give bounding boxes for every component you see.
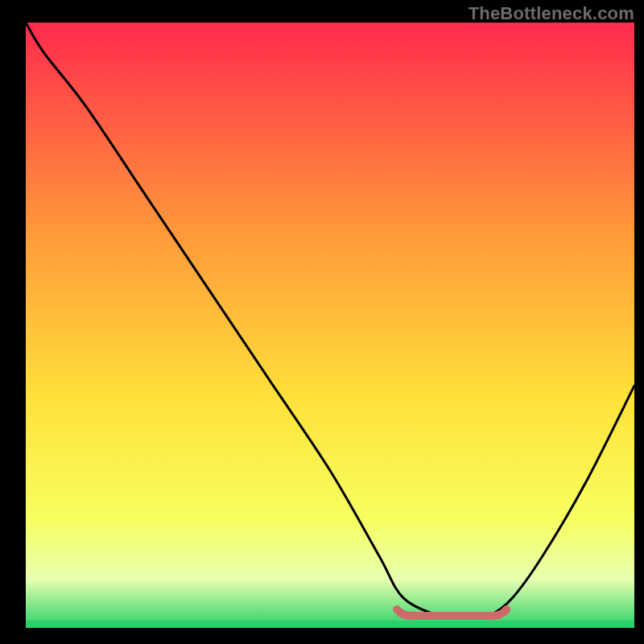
baseline-green-strip xyxy=(26,621,634,628)
border-right xyxy=(634,0,644,644)
watermark-text: TheBottleneck.com xyxy=(469,3,634,24)
gradient-background xyxy=(26,23,634,628)
chart-svg xyxy=(0,0,644,644)
border-bottom xyxy=(0,628,644,644)
border-left xyxy=(0,0,26,644)
chart-frame: TheBottleneck.com xyxy=(0,0,644,644)
